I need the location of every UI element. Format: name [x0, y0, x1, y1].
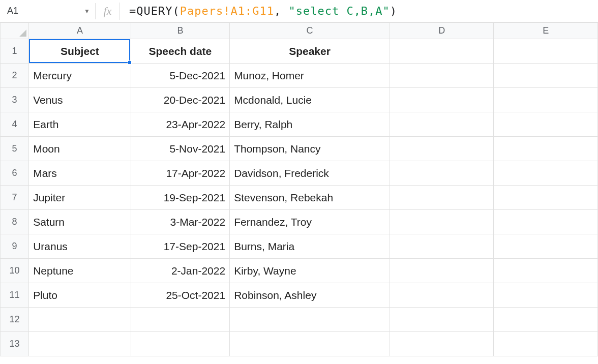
cell-A5[interactable]: Moon: [29, 137, 131, 161]
cell-C12[interactable]: [230, 308, 390, 332]
table-row: 11 Pluto 25-Oct-2021 Robinson, Ashley: [1, 283, 598, 308]
cell-C4[interactable]: Berry, Ralph: [230, 112, 390, 137]
cell-E10[interactable]: [494, 259, 598, 283]
cell-C13[interactable]: [230, 332, 390, 356]
name-box[interactable]: A1 ▼: [4, 3, 96, 19]
cell-D8[interactable]: [390, 210, 494, 234]
row-header[interactable]: 1: [1, 39, 29, 64]
row-header[interactable]: 8: [1, 210, 29, 234]
row-header[interactable]: 9: [1, 234, 29, 259]
row-header[interactable]: 6: [1, 161, 29, 186]
row-header[interactable]: 11: [1, 283, 29, 308]
cell-C3[interactable]: Mcdonald, Lucie: [230, 88, 390, 112]
cell-D3[interactable]: [390, 88, 494, 112]
cell-A7[interactable]: Jupiter: [29, 186, 131, 210]
cell-D12[interactable]: [390, 308, 494, 332]
cell-E11[interactable]: [494, 283, 598, 308]
fx-icon[interactable]: fx: [96, 3, 120, 20]
table-row: 3 Venus 20-Dec-2021 Mcdonald, Lucie: [1, 88, 598, 112]
col-header-B[interactable]: B: [131, 23, 229, 39]
cell-D4[interactable]: [390, 112, 494, 137]
cell-A6[interactable]: Mars: [29, 161, 131, 186]
cell-E13[interactable]: [494, 332, 598, 356]
cell-C6[interactable]: Davidson, Frederick: [230, 161, 390, 186]
row-header[interactable]: 12: [1, 308, 29, 332]
cell-D7[interactable]: [390, 186, 494, 210]
cell-C9[interactable]: Burns, Maria: [230, 234, 390, 259]
cell-B4[interactable]: 23-Apr-2022: [131, 112, 229, 137]
table-row: 5 Moon 5-Nov-2021 Thompson, Nancy: [1, 137, 598, 161]
cell-C5[interactable]: Thompson, Nancy: [230, 137, 390, 161]
cell-D13[interactable]: [390, 332, 494, 356]
cell-B8[interactable]: 3-Mar-2022: [131, 210, 229, 234]
cell-A9[interactable]: Uranus: [29, 234, 131, 259]
cell-C1[interactable]: Speaker: [230, 39, 390, 64]
spreadsheet-grid[interactable]: A B C D E 1 Subject Speech date Speaker …: [0, 22, 598, 356]
formula-range-ref: Papers!A1:G11: [180, 5, 274, 17]
cell-E12[interactable]: [494, 308, 598, 332]
cell-B1[interactable]: Speech date: [131, 39, 229, 64]
table-row: 2 Mercury 5-Dec-2021 Munoz, Homer: [1, 64, 598, 88]
col-header-E[interactable]: E: [494, 23, 598, 39]
col-header-A[interactable]: A: [29, 23, 131, 39]
row-header[interactable]: 2: [1, 64, 29, 88]
row-header[interactable]: 10: [1, 259, 29, 283]
cell-C10[interactable]: Kirby, Wayne: [230, 259, 390, 283]
cell-A13[interactable]: [29, 332, 131, 356]
cell-B6[interactable]: 17-Apr-2022: [131, 161, 229, 186]
cell-D2[interactable]: [390, 64, 494, 88]
cell-C7[interactable]: Stevenson, Rebekah: [230, 186, 390, 210]
formula-equals: =: [129, 5, 136, 17]
row-header[interactable]: 7: [1, 186, 29, 210]
cell-B2[interactable]: 5-Dec-2021: [131, 64, 229, 88]
col-header-C[interactable]: C: [230, 23, 390, 39]
cell-E7[interactable]: [494, 186, 598, 210]
formula-close-paren: ): [390, 5, 397, 17]
cell-E4[interactable]: [494, 112, 598, 137]
cell-C2[interactable]: Munoz, Homer: [230, 64, 390, 88]
cell-A1[interactable]: Subject: [29, 39, 131, 64]
cell-E1[interactable]: [494, 39, 598, 64]
cell-B7[interactable]: 19-Sep-2021: [131, 186, 229, 210]
cell-D9[interactable]: [390, 234, 494, 259]
table-row: 13: [1, 332, 598, 356]
cell-D5[interactable]: [390, 137, 494, 161]
col-header-D[interactable]: D: [390, 23, 494, 39]
row-header[interactable]: 13: [1, 332, 29, 356]
row-header[interactable]: 5: [1, 137, 29, 161]
cell-A3[interactable]: Venus: [29, 88, 131, 112]
cell-E8[interactable]: [494, 210, 598, 234]
cell-D1[interactable]: [390, 39, 494, 64]
cell-A8[interactable]: Saturn: [29, 210, 131, 234]
cell-C8[interactable]: Fernandez, Troy: [230, 210, 390, 234]
cell-B10[interactable]: 2-Jan-2022: [131, 259, 229, 283]
row-header[interactable]: 4: [1, 112, 29, 137]
cell-B3[interactable]: 20-Dec-2021: [131, 88, 229, 112]
cell-D11[interactable]: [390, 283, 494, 308]
cell-A4[interactable]: Earth: [29, 112, 131, 137]
formula-bar: A1 ▼ fx =QUERY(Papers!A1:G11, "select C,…: [0, 0, 598, 22]
cell-E9[interactable]: [494, 234, 598, 259]
cell-D6[interactable]: [390, 161, 494, 186]
cell-A11[interactable]: Pluto: [29, 283, 131, 308]
row-header[interactable]: 3: [1, 88, 29, 112]
table-row: 4 Earth 23-Apr-2022 Berry, Ralph: [1, 112, 598, 137]
formula-input[interactable]: =QUERY(Papers!A1:G11, "select C,B,A"): [120, 5, 594, 17]
cell-A2[interactable]: Mercury: [29, 64, 131, 88]
cell-B9[interactable]: 17-Sep-2021: [131, 234, 229, 259]
cell-B12[interactable]: [131, 308, 229, 332]
cell-A12[interactable]: [29, 308, 131, 332]
chevron-down-icon[interactable]: ▼: [84, 8, 90, 15]
cell-E5[interactable]: [494, 137, 598, 161]
cell-D10[interactable]: [390, 259, 494, 283]
cell-E3[interactable]: [494, 88, 598, 112]
select-all-corner[interactable]: [1, 23, 29, 39]
cell-B11[interactable]: 25-Oct-2021: [131, 283, 229, 308]
cell-E2[interactable]: [494, 64, 598, 88]
cell-B13[interactable]: [131, 332, 229, 356]
cell-E6[interactable]: [494, 161, 598, 186]
table-row: 9 Uranus 17-Sep-2021 Burns, Maria: [1, 234, 598, 259]
cell-A10[interactable]: Neptune: [29, 259, 131, 283]
cell-B5[interactable]: 5-Nov-2021: [131, 137, 229, 161]
cell-C11[interactable]: Robinson, Ashley: [230, 283, 390, 308]
